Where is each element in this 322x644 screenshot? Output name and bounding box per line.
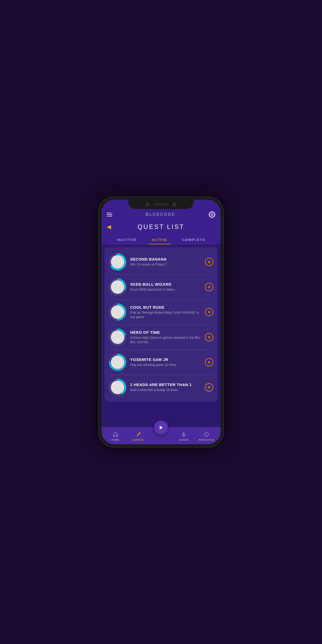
quest-progress-5 — [109, 353, 126, 371]
play-button[interactable] — [154, 420, 168, 435]
quest-desc-5: Play any shooting game 10 times — [130, 363, 202, 367]
main-content: SECOND BANANA Win 10 rounds as Player 2 — [101, 244, 221, 427]
quest-item: SECOND BANANA Win 10 rounds as Player 2 — [107, 249, 215, 274]
quest-progress-1 — [109, 253, 126, 271]
bottom-nav: HOME QUESTS PLAY! — [101, 427, 221, 444]
svg-point-0 — [211, 214, 213, 216]
quest-info-2: SKEE-BALL WIZARD Score 5000 total points… — [130, 282, 202, 292]
svg-text:1: 1 — [206, 433, 208, 436]
tab-inactive[interactable]: INACTIVE — [114, 236, 140, 244]
page-title: QUEST LIST — [137, 223, 185, 231]
quest-item: YOSEMITE SAM JR Play any shooting game 1… — [107, 350, 215, 375]
quest-desc-6: Beat a boss with a buddy 10 times — [130, 388, 202, 392]
quest-add-button-2[interactable] — [205, 283, 213, 291]
svg-point-27 — [139, 432, 140, 434]
tab-complete[interactable]: COMPLETE — [179, 236, 208, 244]
quest-info-3: COOL BUT RUDE Play as Teenage Mutant Nin… — [130, 305, 202, 319]
top-bar: BLERCODE — [101, 209, 221, 220]
quest-add-button-6[interactable] — [205, 383, 213, 392]
quest-progress-6 — [109, 378, 126, 396]
quest-name-6: 2 HEADS ARE BETTER THAN 1 — [130, 382, 202, 387]
tab-active[interactable]: ACTIVE — [148, 236, 170, 244]
camera-2 — [172, 203, 176, 206]
notch — [128, 200, 194, 209]
quest-progress-2 — [109, 278, 126, 296]
phone-screen: BLERCODE ◀ QUEST LIST INACTIVE ACTIVE CO… — [101, 200, 221, 444]
quest-add-button-3[interactable] — [205, 308, 213, 316]
quest-list: SECOND BANANA Win 10 rounds as Player 2 — [105, 247, 217, 402]
play-button-container — [154, 420, 168, 435]
quest-desc-1: Win 10 rounds as Player 2 — [130, 262, 202, 267]
quest-name-1: SECOND BANANA — [130, 257, 202, 261]
recharge-icon: 1 — [203, 431, 210, 438]
quest-name-2: SKEE-BALL WIZARD — [130, 282, 202, 286]
svg-marker-25 — [160, 426, 163, 429]
header: ◀ QUEST LIST INACTIVE ACTIVE COMPLETE — [101, 220, 221, 244]
quest-item: COOL BUT RUDE Play as Teenage Mutant Nin… — [107, 300, 215, 325]
quest-info-6: 2 HEADS ARE BETTER THAN 1 Beat a boss wi… — [130, 382, 202, 392]
quest-desc-4: Achieve High Score on games released in … — [130, 336, 202, 344]
quest-name-5: YOSEMITE SAM JR — [130, 357, 202, 362]
quest-progress-4 — [109, 328, 126, 346]
app-title: BLERCODE — [146, 212, 175, 217]
quest-desc-3: Play as Teenage Mutant Ninja Turtle RAPH… — [130, 310, 202, 319]
phone-frame: BLERCODE ◀ QUEST LIST INACTIVE ACTIVE CO… — [98, 197, 224, 447]
back-button[interactable]: ◀ — [107, 223, 111, 230]
quest-add-button-5[interactable] — [205, 358, 213, 366]
quest-info-4: HERO OF TIME Achieve High Score on games… — [130, 330, 202, 344]
quest-name-4: HERO OF TIME — [130, 330, 202, 335]
nav-label-quests: QUESTS — [133, 439, 144, 441]
quests-icon — [135, 431, 141, 438]
quest-item: HERO OF TIME Achieve High Score on games… — [107, 325, 215, 350]
quest-add-button-1[interactable] — [205, 258, 213, 266]
nav-label-share: SHARE — [179, 439, 189, 441]
home-icon — [112, 431, 119, 438]
quest-desc-2: Score 5000 total points in Skee-... — [130, 288, 202, 292]
quest-info-1: SECOND BANANA Win 10 rounds as Player 2 — [130, 257, 202, 267]
share-icon — [181, 431, 187, 438]
nav-item-quests[interactable]: QUESTS — [127, 431, 150, 441]
speaker — [153, 203, 169, 205]
quest-name-3: COOL BUT RUDE — [130, 305, 202, 309]
nav-item-recharge[interactable]: 1 RECHARGE — [195, 431, 218, 441]
camera — [146, 203, 150, 206]
quest-item: SKEE-BALL WIZARD Score 5000 total points… — [107, 274, 215, 300]
quest-item: 2 HEADS ARE BETTER THAN 1 Beat a boss wi… — [107, 375, 215, 400]
quest-info-5: YOSEMITE SAM JR Play any shooting game 1… — [130, 357, 202, 367]
menu-button[interactable] — [107, 213, 112, 216]
settings-icon[interactable] — [209, 211, 215, 218]
nav-item-home[interactable]: HOME — [104, 431, 127, 441]
header-nav: ◀ QUEST LIST — [107, 223, 215, 234]
nav-label-home: HOME — [111, 439, 119, 441]
quest-progress-3 — [109, 303, 126, 321]
nav-label-recharge: RECHARGE — [199, 439, 215, 441]
quest-add-button-4[interactable] — [205, 333, 213, 341]
nav-item-share[interactable]: SHARE — [172, 431, 195, 441]
tabs-container: INACTIVE ACTIVE COMPLETE — [107, 236, 215, 244]
